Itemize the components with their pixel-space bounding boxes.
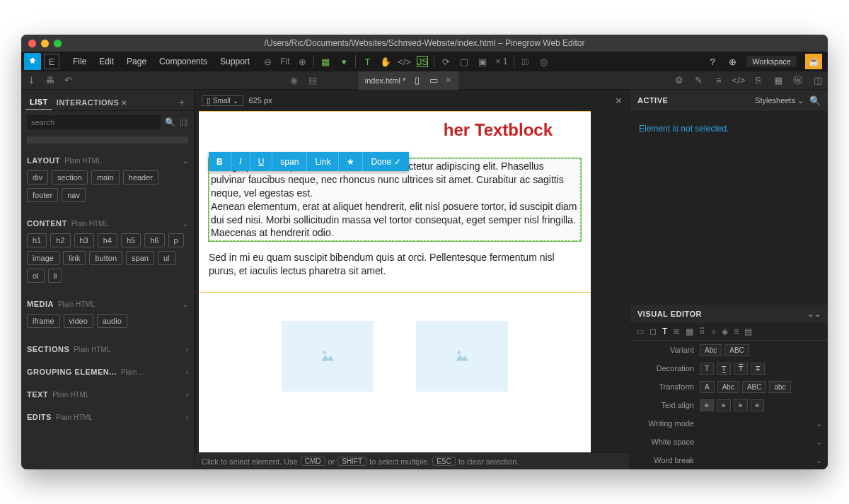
bounds-icon[interactable]: ▦ [320, 56, 331, 67]
code-panel-icon[interactable]: </> [733, 75, 744, 86]
chevron-down-icon[interactable]: ▾ [338, 56, 350, 67]
corners-cat-icon[interactable]: ◈ [722, 327, 728, 336]
zoom-in-icon[interactable]: ⊕ [296, 56, 308, 67]
image-placeholder[interactable] [416, 321, 508, 392]
hand-icon[interactable]: ✋ [380, 56, 391, 67]
print-icon[interactable]: 🖶 [44, 75, 55, 86]
chip-ul[interactable]: ul [158, 251, 175, 265]
lines-cat-icon[interactable]: ≋ [673, 327, 680, 336]
variant-ABC[interactable]: ABC [724, 344, 749, 356]
chevron-down-icon[interactable]: ⌄ [816, 419, 822, 428]
section-content[interactable]: CONTENTPlain HTML⌄ [27, 216, 188, 230]
help-icon[interactable]: ? [707, 56, 718, 67]
section-text[interactable]: TEXTPlain HTML› [27, 387, 188, 402]
device-icon[interactable]: ▢ [458, 56, 470, 67]
chip-nav[interactable]: nav [62, 188, 86, 202]
section-grouping[interactable]: GROUPING ELEMEN...Plain ...› [27, 365, 188, 379]
tf-cap[interactable]: Abc [717, 381, 739, 393]
chip-h1[interactable]: h1 [27, 233, 47, 247]
scale-label[interactable]: × 1 [495, 57, 507, 66]
align-justify[interactable]: ≡ [751, 399, 765, 411]
sidebar-tab-list[interactable]: LIST [25, 95, 52, 110]
workspace-button[interactable]: Workspace [746, 56, 797, 67]
page-canvas[interactable]: her Textblock B I U span Link ★ Done ✓ P… [199, 111, 591, 452]
js-toggle-icon[interactable]: JS [417, 56, 428, 67]
dots-cat-icon[interactable]: ⠿ [699, 327, 705, 336]
chip-h3[interactable]: h3 [74, 233, 94, 247]
chip-h6[interactable]: h6 [144, 233, 164, 247]
layers-icon[interactable]: ▤ [307, 75, 318, 86]
search-icon[interactable]: 🔍 [809, 95, 821, 106]
section-edits[interactable]: EDITSPlain HTML› [27, 410, 188, 424]
paragraph-2[interactable]: Sed in mi eu quam suscipit bibendum quis… [209, 251, 581, 278]
search-icon[interactable]: 🔍 [165, 117, 175, 127]
text-cat-icon[interactable]: T [662, 327, 667, 336]
menu-support[interactable]: Support [214, 57, 256, 66]
search-input[interactable] [27, 115, 161, 129]
chip-footer[interactable]: footer [27, 188, 58, 202]
zoom-icon[interactable]: ⊕ [727, 56, 738, 67]
done-button[interactable]: Done ✓ [363, 152, 409, 171]
add-tab-button[interactable]: ＋ [177, 96, 190, 109]
eye-icon[interactable]: ◉ [289, 75, 300, 86]
chip-li[interactable]: li [48, 269, 63, 283]
section-media[interactable]: MEDIAPlain HTML⌄ [27, 297, 188, 311]
close-icon[interactable]: ✕ [121, 99, 127, 107]
image-placeholder[interactable] [282, 321, 374, 392]
chip-section[interactable]: section [52, 170, 88, 184]
chip-h4[interactable]: h4 [98, 233, 117, 247]
target-icon[interactable]: ◎ [538, 56, 550, 67]
text-tool-icon[interactable]: T [362, 56, 373, 67]
brush-icon[interactable]: ✎ [693, 75, 705, 86]
section-layout[interactable]: LAYOUTPlain HTML⌄ [27, 153, 188, 168]
chip-button[interactable]: button [89, 251, 122, 265]
sidebar-tab-interactions[interactable]: INTERACTIONS✕ [52, 95, 132, 110]
wordpress-icon[interactable]: ⓦ [792, 75, 804, 86]
pinegrow-logo-icon[interactable] [24, 53, 41, 70]
chevron-down-icon[interactable]: ⌄ [816, 438, 822, 447]
chip-iframe[interactable]: iframe [27, 314, 60, 328]
section-sections[interactable]: SECTIONSPlain HTML› [27, 342, 188, 356]
close-viewport-icon[interactable]: ✕ [615, 95, 623, 106]
device-mobile-icon[interactable]: ▯ [411, 75, 422, 86]
collapse-icon[interactable]: ⌄⌄ [807, 310, 821, 319]
align-right[interactable]: ≡ [734, 399, 748, 411]
menu-page[interactable]: Page [120, 57, 153, 66]
list-cat-icon[interactable]: ≡ [734, 327, 739, 336]
chip-audio[interactable]: audio [97, 314, 127, 328]
star-button[interactable]: ★ [339, 152, 363, 171]
menu-edit[interactable]: Edit [93, 57, 120, 66]
italic-button[interactable]: I [231, 152, 250, 171]
zoom-out-icon[interactable]: ⊖ [262, 56, 273, 67]
file-tab[interactable]: index.html * ▯ ▭ ✕ [358, 71, 458, 90]
chip-p[interactable]: p [168, 233, 184, 247]
align-left[interactable]: ≡ [700, 399, 714, 411]
code-icon[interactable]: </> [398, 56, 410, 67]
crop-cat-icon[interactable]: ⟐ [711, 327, 716, 336]
device-selector[interactable]: ▯ Small ⌄ [202, 95, 243, 106]
device-desktop-icon[interactable]: ▭ [428, 75, 439, 86]
chip-image[interactable]: image [27, 251, 59, 265]
multiview-icon[interactable]: ▣ [477, 56, 488, 67]
page-heading[interactable]: her Textblock [209, 120, 581, 140]
stylesheets-dropdown[interactable]: Stylesheets ⌄ [755, 96, 804, 105]
align-center[interactable]: ≡ [717, 399, 731, 411]
chip-video[interactable]: video [64, 314, 93, 328]
deco-under[interactable]: T̲ [717, 363, 731, 375]
chip-div[interactable]: div [27, 170, 48, 184]
menu-components[interactable]: Components [153, 57, 214, 66]
panel-toggle-icon[interactable]: ◫ [812, 75, 824, 86]
link-button[interactable]: Link [307, 152, 339, 171]
chip-main[interactable]: main [91, 170, 120, 184]
table-cat-icon[interactable]: ▤ [744, 327, 752, 336]
clipboard-icon[interactable]: ⎘ [753, 75, 764, 86]
layout-cat-icon[interactable]: ▭ [636, 327, 644, 336]
chip-h2[interactable]: h2 [50, 233, 70, 247]
sliders-icon[interactable]: ⚙ [674, 75, 685, 86]
tf-upper[interactable]: ABC [742, 381, 767, 393]
filter-icon[interactable]: ⫿⫿ [180, 117, 188, 127]
span-button[interactable]: span [272, 152, 307, 171]
grid-cat-icon[interactable]: ▦ [686, 327, 693, 336]
chevron-down-icon[interactable]: ⌄ [816, 456, 822, 465]
menu-file[interactable]: File [67, 57, 93, 66]
